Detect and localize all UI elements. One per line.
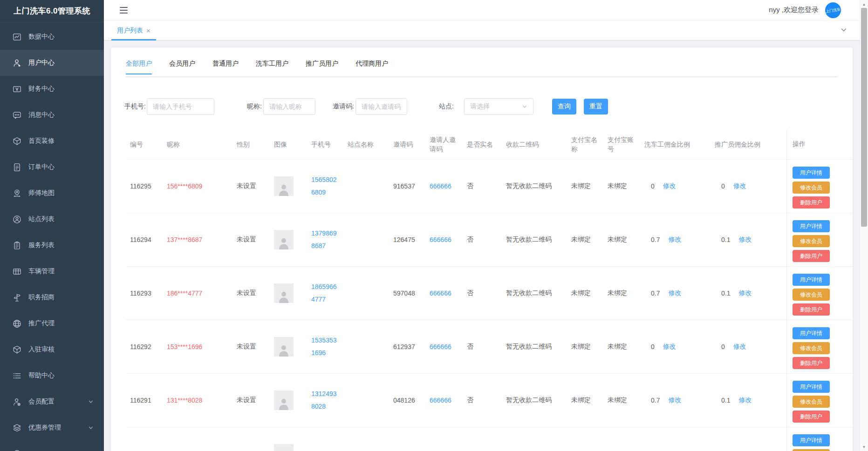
sidebar-item-site-list[interactable]: 站点列表 <box>0 206 104 232</box>
scrollbar-thumb[interactable] <box>861 8 867 227</box>
column-header-7: 邀请人邀请码 <box>430 135 467 154</box>
modify-member-button[interactable]: 修改会员 <box>793 342 830 354</box>
sidebar-item-user-center[interactable]: 用户中心 <box>0 50 104 76</box>
modify-link[interactable]: 修改 <box>663 343 676 351</box>
modify-member-button[interactable]: 修改会员 <box>793 182 830 194</box>
chevron-down-icon[interactable] <box>840 26 847 34</box>
sidebar-item-home-decor[interactable]: 首页装修 <box>0 128 104 154</box>
promo-ratio-value: 0 <box>721 182 725 190</box>
delete-user-button[interactable]: 删除用户 <box>793 196 830 209</box>
vertical-scrollbar[interactable]: ▲ ▼ <box>860 0 868 451</box>
user-detail-button[interactable]: 用户详情 <box>793 327 830 339</box>
inviter-code-link[interactable]: 666666 <box>430 397 467 404</box>
column-header-5: 站点名称 <box>348 140 393 149</box>
user-avatar <box>274 283 294 303</box>
tab-user-list[interactable]: 用户列表 × <box>111 20 156 40</box>
scroll-up-icon[interactable]: ▲ <box>860 0 868 8</box>
user-list-card: 全部用户会员用户普通用户洗车工用户推广员用户代理商用户 手机号: 昵称: 邀请码… <box>111 47 853 451</box>
cell-wash-ratio: 0.7修改 <box>644 396 715 404</box>
promo-ratio-value: 0 <box>721 343 725 350</box>
modify-member-button[interactable]: 修改会员 <box>793 235 830 247</box>
action-column: 操作 用户详情修改会员删除用户用户详情修改会员删除用户用户详情修改会员删除用户用… <box>786 129 853 451</box>
delete-user-button[interactable]: 删除用户 <box>793 250 830 262</box>
user-detail-button[interactable]: 用户详情 <box>793 434 830 446</box>
reset-button[interactable]: 重置 <box>584 99 608 114</box>
modify-member-button[interactable]: 修改会员 <box>793 449 830 451</box>
modify-link[interactable]: 修改 <box>738 396 752 404</box>
welcome-text: nyy ,欢迎您登录 <box>769 6 819 14</box>
phone-link[interactable]: 15658026809 <box>311 174 348 199</box>
nickname-input[interactable] <box>263 98 315 115</box>
close-icon[interactable]: × <box>146 27 150 34</box>
user-detail-button[interactable]: 用户详情 <box>793 274 830 286</box>
sidebar-item-label: 优惠券管理 <box>28 424 61 432</box>
inviter-code-link[interactable]: 666666 <box>430 289 467 297</box>
sidebar-item-promo-agent[interactable]: 推广代理 <box>0 310 104 337</box>
pin-icon <box>13 189 21 198</box>
modify-link[interactable]: 修改 <box>668 289 681 297</box>
sidebar-item-entry-review[interactable]: 入驻审核 <box>0 337 104 363</box>
modify-link[interactable]: 修改 <box>668 396 681 404</box>
cell-wash-ratio: 0修改 <box>644 182 715 190</box>
inviter-code-link[interactable]: 666666 <box>430 182 467 190</box>
user-detail-button[interactable]: 用户详情 <box>793 381 830 393</box>
phone-link[interactable]: 13124938028 <box>311 388 348 413</box>
inviter-code-link[interactable]: 666666 <box>430 236 467 243</box>
sidebar-item-vehicle-mgmt[interactable]: 车辆管理 <box>0 258 104 284</box>
sidebar-item-member-config[interactable]: 会员配置 <box>0 389 104 415</box>
modify-link[interactable]: 修改 <box>663 182 676 190</box>
delete-user-button[interactable]: 删除用户 <box>793 303 830 316</box>
column-header-9: 收款二维码 <box>506 140 571 149</box>
user-detail-button[interactable]: 用户详情 <box>793 220 830 232</box>
navbar-right: nyy ,欢迎您登录 上门洗车 <box>769 2 860 18</box>
user-tab-4[interactable]: 推广员用户 <box>306 60 338 74</box>
cell-invite-code: 126475 <box>393 236 430 243</box>
inviter-code-link[interactable]: 666666 <box>430 343 467 350</box>
sidebar-item-finance-center[interactable]: 财务中心 <box>0 76 104 102</box>
phone-link[interactable]: 1860204 <box>311 448 348 451</box>
hamburger-icon[interactable] <box>118 5 130 15</box>
cell-wash-ratio: 0.7修改 <box>644 236 715 244</box>
user-tab-3[interactable]: 洗车工用户 <box>256 60 288 74</box>
sidebar-item-data-center[interactable]: 数据中心 <box>0 24 104 50</box>
user-tab-0[interactable]: 全部用户 <box>126 60 152 74</box>
sidebar-item-service-list[interactable]: 服务列表 <box>0 232 104 258</box>
user-tab-1[interactable]: 会员用户 <box>169 60 195 74</box>
invite-code-input[interactable] <box>355 98 407 115</box>
user-tab-2[interactable]: 普通用户 <box>212 60 239 74</box>
delete-user-button[interactable]: 删除用户 <box>793 357 830 369</box>
phone-link[interactable]: 15353531696 <box>311 334 348 359</box>
avatar[interactable]: 上门洗车 <box>824 1 842 19</box>
cell-alipay-account: 未绑定 <box>608 182 644 190</box>
sidebar-item-master-map[interactable]: 师傅地图 <box>0 180 104 206</box>
cell-real-name: 否 <box>467 182 506 190</box>
sidebar-item-partial-item[interactable] <box>0 441 104 451</box>
user-tab-5[interactable]: 代理商用户 <box>355 60 388 74</box>
modify-member-button[interactable]: 修改会员 <box>793 289 830 301</box>
user-detail-button[interactable]: 用户详情 <box>793 167 830 179</box>
sidebar-item-job-invest[interactable]: 职务招商 <box>0 284 104 310</box>
cell-nickname: 153****1696 <box>167 343 237 350</box>
cell-promo-ratio: 0.1修改 <box>715 396 786 404</box>
modify-member-button[interactable]: 修改会员 <box>793 396 830 408</box>
sidebar-item-message-center[interactable]: 消息中心 <box>0 102 104 128</box>
modify-link[interactable]: 修改 <box>738 236 752 244</box>
sidebar-item-coupon-mgmt[interactable]: 优惠券管理 <box>0 415 104 441</box>
modify-link[interactable]: 修改 <box>733 343 746 351</box>
search-button[interactable]: 查询 <box>552 99 576 114</box>
delete-user-button[interactable]: 删除用户 <box>793 411 830 423</box>
column-header-10: 支付宝名称 <box>571 135 608 154</box>
site-select[interactable]: 请选择 <box>464 98 533 115</box>
modify-link[interactable]: 修改 <box>738 289 752 297</box>
phone-link[interactable]: 18659664777 <box>311 281 348 306</box>
modify-link[interactable]: 修改 <box>733 182 746 190</box>
phone-input[interactable] <box>147 98 214 115</box>
scroll-down-icon[interactable]: ▼ <box>860 443 868 451</box>
sidebar-item-order-center[interactable]: 订单中心 <box>0 154 104 180</box>
phone-link[interactable]: 13798698687 <box>311 227 348 252</box>
column-header-6: 邀请码 <box>393 140 430 149</box>
sidebar-item-help-center[interactable]: 帮助中心 <box>0 363 104 389</box>
sidebar-item-label: 车辆管理 <box>28 267 55 276</box>
modify-link[interactable]: 修改 <box>668 236 681 244</box>
wash-ratio-value: 0 <box>651 182 655 190</box>
